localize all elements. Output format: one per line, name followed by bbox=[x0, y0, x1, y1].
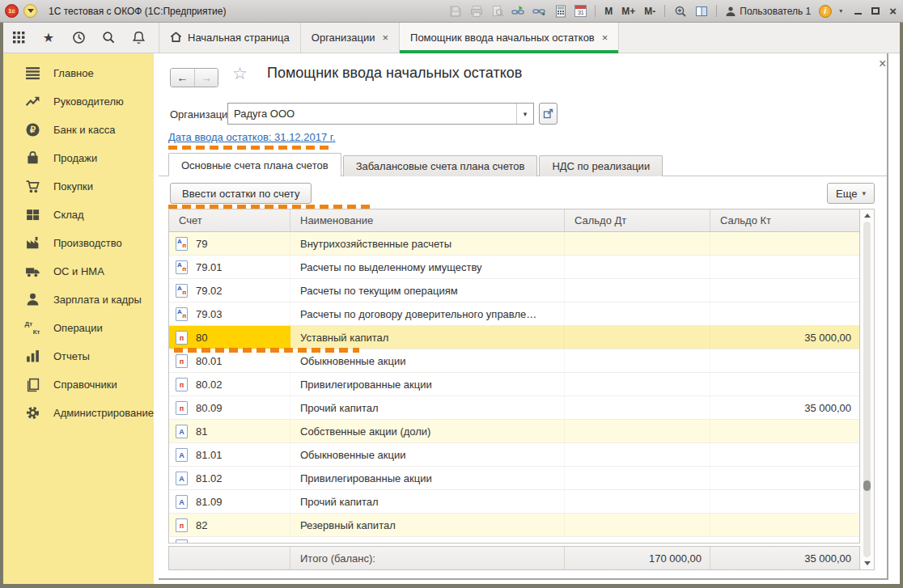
1c-logo-icon: 1с bbox=[5, 4, 19, 18]
calculator-icon[interactable] bbox=[553, 4, 567, 18]
system-menu-button[interactable] bbox=[23, 4, 37, 18]
account-cell: п 80.09 bbox=[169, 396, 290, 419]
favorites-star-icon[interactable]: ★ bbox=[41, 31, 56, 45]
annotation-underline-account-80 bbox=[174, 348, 359, 353]
tab-close-icon[interactable]: × bbox=[382, 32, 388, 44]
back-button[interactable]: ← bbox=[171, 69, 194, 87]
user-name: Пользователь 1 bbox=[740, 6, 811, 17]
open-organization-button[interactable] bbox=[539, 103, 557, 125]
sidebar-item-salary[interactable]: Зарплата и кадры bbox=[3, 286, 154, 314]
organization-dropdown-icon[interactable]: ▾ bbox=[516, 104, 533, 124]
search-icon[interactable] bbox=[101, 31, 116, 45]
zoom-icon[interactable] bbox=[673, 4, 687, 18]
sidebar-item-references[interactable]: Справочники bbox=[3, 370, 154, 399]
user-button[interactable]: Пользователь 1 bbox=[725, 6, 811, 17]
enter-balances-button[interactable]: Ввести остатки по счету bbox=[170, 183, 312, 204]
form-tab-1[interactable]: Забалансовые счета плана счетов bbox=[343, 155, 538, 176]
nav-tab-0[interactable]: Начальная страница bbox=[159, 23, 300, 53]
close-window-button[interactable]: × bbox=[889, 5, 897, 17]
split-window-icon[interactable] bbox=[694, 4, 708, 18]
sidebar-item-warehouse[interactable]: Склад bbox=[3, 201, 154, 229]
nav-tabbar: ★ Начальная страница Организации × Помощ… bbox=[0, 23, 903, 53]
chevron-down-icon[interactable]: ▾ bbox=[839, 7, 842, 15]
sidebar-item-purchases[interactable]: Покупки bbox=[3, 172, 154, 201]
sidebar-item-administration[interactable]: Администрирование bbox=[3, 399, 154, 427]
apps-menu-icon[interactable] bbox=[11, 31, 26, 45]
account-code: 79.01 bbox=[196, 261, 223, 273]
saldo-dt-cell bbox=[565, 443, 710, 466]
reports-icon bbox=[24, 349, 40, 365]
account-icon: п bbox=[176, 354, 188, 368]
memory-minus-button[interactable]: M- bbox=[643, 6, 656, 17]
table-row-79.01[interactable]: Ап 79.01 Расчеты по выделенному имуществ… bbox=[169, 256, 859, 279]
saldo-kt-cell bbox=[710, 373, 859, 396]
print-icon[interactable] bbox=[469, 4, 483, 18]
organization-label: Организация: bbox=[170, 108, 236, 121]
account-code: 79.03 bbox=[196, 308, 223, 320]
account-icon: А bbox=[176, 472, 188, 485]
annotation-underline-date bbox=[168, 146, 333, 150]
scroll-up-icon[interactable] bbox=[864, 214, 871, 218]
memory-plus-button[interactable]: M+ bbox=[621, 6, 636, 17]
get-link-icon[interactable] bbox=[511, 4, 525, 18]
saldo-dt-cell bbox=[565, 232, 710, 255]
organization-input[interactable]: Радуга ООО ▾ bbox=[227, 103, 534, 125]
table-row-80.01[interactable]: п 80.01 Обыкновенные акции bbox=[169, 349, 859, 373]
table-row-80.09[interactable]: п 80.09 Прочий капитал 35 000,00 bbox=[169, 396, 859, 420]
table-row-82[interactable]: п 82 Резервный капитал bbox=[169, 514, 859, 537]
nav-tab-1[interactable]: Организации × bbox=[300, 23, 399, 53]
sidebar-item-assets[interactable]: ОС и НМА bbox=[3, 257, 154, 286]
column-header-account: Счет bbox=[169, 209, 290, 231]
table-row-79.03[interactable]: Ап 79.03 Расчеты по договору доверительн… bbox=[169, 302, 859, 326]
tab-close-icon[interactable]: × bbox=[602, 32, 608, 44]
save-icon[interactable] bbox=[448, 4, 462, 18]
sidebar-item-reports[interactable]: Отчеты bbox=[3, 342, 154, 370]
calendar-icon[interactable]: 31 bbox=[574, 5, 587, 17]
table-row-80.02[interactable]: п 80.02 Привилегированные акции bbox=[169, 373, 859, 396]
minimize-button[interactable] bbox=[854, 13, 862, 15]
app-window: 1с 1С тестовая с ОКОФ (1С:Предприятие) 3… bbox=[0, 0, 903, 588]
saldo-dt-cell bbox=[565, 420, 710, 442]
history-icon[interactable] bbox=[71, 31, 86, 45]
table-row-79.02[interactable]: Ап 79.02 Расчеты по текущим операциям bbox=[169, 279, 859, 302]
sidebar-item-production[interactable]: Производство bbox=[3, 229, 154, 257]
table-row-80[interactable]: п 80 Уставный капитал 35 000,00 bbox=[169, 326, 859, 349]
memory-button[interactable]: M bbox=[604, 6, 613, 17]
vertical-scrollbar[interactable] bbox=[860, 209, 875, 570]
scroll-down-icon[interactable] bbox=[864, 561, 871, 565]
form-tab-2[interactable]: НДС по реализации bbox=[539, 155, 663, 176]
sidebar-item-operations[interactable]: ДтКт Операции bbox=[3, 314, 154, 342]
sidebar-item-sales[interactable]: Продажи bbox=[3, 144, 154, 172]
open-in-window-icon bbox=[543, 108, 553, 119]
home-icon bbox=[170, 31, 182, 45]
scrollbar-track[interactable] bbox=[863, 222, 871, 557]
nav-tab-2[interactable]: Помощник ввода начальных остатков × bbox=[399, 23, 619, 53]
close-form-icon[interactable]: × bbox=[879, 57, 886, 71]
info-icon: i bbox=[819, 5, 832, 18]
account-name-cell: Расчеты по текущим операциям bbox=[290, 279, 565, 302]
maximize-button[interactable] bbox=[871, 7, 880, 15]
notifications-bell-icon[interactable] bbox=[131, 31, 146, 45]
sidebar-item-manager[interactable]: Руководителю bbox=[3, 87, 154, 116]
form-tab-0[interactable]: Основные счета плана счетов bbox=[168, 153, 341, 176]
forward-button[interactable]: → bbox=[194, 69, 218, 87]
scrollbar-thumb[interactable] bbox=[863, 480, 871, 491]
table-row-81.01[interactable]: А 81.01 Обыкновенные акции bbox=[169, 443, 859, 467]
balances-date-link[interactable]: Дата ввода остатков: 31.12.2017 г. bbox=[168, 131, 336, 143]
account-code: 81 bbox=[196, 425, 207, 438]
sidebar-item-bank[interactable]: ₽ Банк и касса bbox=[3, 116, 154, 144]
window-border-left bbox=[0, 23, 3, 588]
info-button[interactable]: i bbox=[818, 4, 832, 18]
go-to-link-icon[interactable] bbox=[532, 4, 546, 18]
purchases-icon bbox=[24, 179, 40, 195]
sidebar-item-main[interactable]: Главное bbox=[3, 59, 154, 87]
table-row-81[interactable]: А 81 Собственные акции (доли) bbox=[169, 420, 859, 443]
account-icon bbox=[176, 539, 188, 543]
table-row-81.09[interactable]: А 81.09 Прочий капитал bbox=[169, 490, 859, 514]
print-preview-icon[interactable] bbox=[490, 4, 504, 18]
table-row-81.02[interactable]: А 81.02 Привилегированные акции bbox=[169, 467, 859, 490]
add-to-favorites-star-icon[interactable]: ☆ bbox=[232, 64, 248, 83]
more-button[interactable]: Еще ▾ bbox=[827, 183, 875, 204]
saldo-kt-cell bbox=[710, 420, 859, 442]
table-row-79[interactable]: Ап 79 Внутрихозяйственные расчеты bbox=[169, 232, 859, 256]
